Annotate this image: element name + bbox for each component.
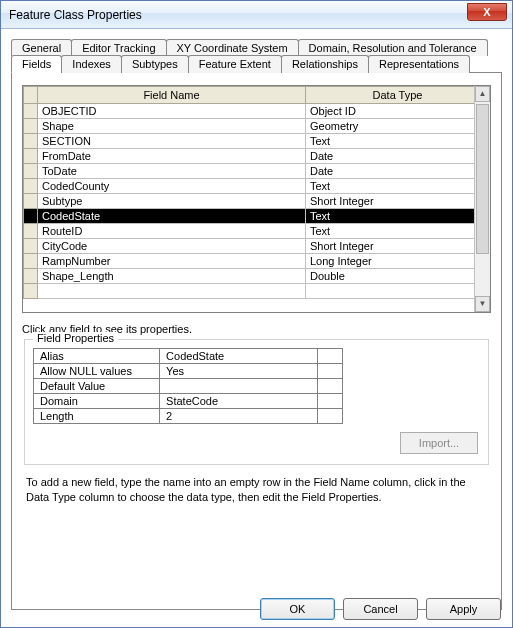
table-row[interactable]: FromDateDate — [24, 149, 490, 164]
field-properties-group: Field Properties Alias CodedState Allow … — [24, 339, 489, 465]
table-row[interactable]: CodedStateText — [24, 209, 490, 224]
scroll-down-button[interactable]: ▼ — [475, 296, 490, 312]
data-type-cell[interactable]: Short Integer — [306, 239, 490, 254]
row-header[interactable] — [24, 134, 38, 149]
tab-indexes[interactable]: Indexes — [61, 55, 122, 73]
row-header-corner — [24, 87, 38, 104]
table-row[interactable]: Shape_LengthDouble — [24, 269, 490, 284]
tab-xy-coordinate-system[interactable]: XY Coordinate System — [166, 39, 299, 56]
data-type-cell[interactable]: Short Integer — [306, 194, 490, 209]
close-button[interactable]: X — [467, 3, 507, 21]
dialog-content: General Editor Tracking XY Coordinate Sy… — [1, 29, 512, 618]
tab-subtypes[interactable]: Subtypes — [121, 55, 189, 73]
prop-default-label: Default Value — [34, 379, 160, 394]
prop-length-label: Length — [34, 409, 160, 424]
col-header-fieldname[interactable]: Field Name — [38, 87, 306, 104]
cancel-button[interactable]: Cancel — [343, 598, 418, 620]
row-header[interactable] — [24, 239, 38, 254]
field-name-cell[interactable]: RampNumber — [38, 254, 306, 269]
table-row[interactable]: SECTIONText — [24, 134, 490, 149]
tab-editor-tracking[interactable]: Editor Tracking — [71, 39, 166, 56]
col-header-datatype[interactable]: Data Type — [306, 87, 490, 104]
prop-allownull-label: Allow NULL values — [34, 364, 160, 379]
prop-domain-value[interactable]: StateCode — [160, 394, 318, 409]
import-button[interactable]: Import... — [400, 432, 478, 454]
prop-length-value[interactable]: 2 — [160, 409, 318, 424]
ok-button[interactable]: OK — [260, 598, 335, 620]
prop-length-btn[interactable] — [317, 409, 342, 424]
data-type-cell[interactable]: Text — [306, 209, 490, 224]
scrollbar[interactable]: ▲ ▼ — [474, 86, 490, 312]
prop-alias-btn[interactable] — [317, 349, 342, 364]
field-name-cell[interactable]: SECTION — [38, 134, 306, 149]
row-header[interactable] — [24, 284, 38, 299]
table-row[interactable] — [24, 284, 490, 299]
prop-default-value[interactable] — [160, 379, 318, 394]
field-name-cell[interactable]: ToDate — [38, 164, 306, 179]
data-type-cell[interactable]: Geometry — [306, 119, 490, 134]
dialog-buttons: OK Cancel Apply — [260, 598, 501, 620]
data-type-cell[interactable]: Date — [306, 164, 490, 179]
tab-panel-fields: Field Name Data Type OBJECTIDObject IDSh… — [11, 72, 502, 610]
row-header[interactable] — [24, 209, 38, 224]
field-name-cell[interactable]: Subtype — [38, 194, 306, 209]
row-header[interactable] — [24, 224, 38, 239]
row-header[interactable] — [24, 104, 38, 119]
row-header[interactable] — [24, 179, 38, 194]
tab-feature-extent[interactable]: Feature Extent — [188, 55, 282, 73]
field-table[interactable]: Field Name Data Type OBJECTIDObject IDSh… — [22, 85, 491, 313]
field-name-cell[interactable]: FromDate — [38, 149, 306, 164]
table-row[interactable]: ToDateDate — [24, 164, 490, 179]
data-type-cell[interactable] — [306, 284, 490, 299]
row-header[interactable] — [24, 254, 38, 269]
field-name-cell[interactable]: OBJECTID — [38, 104, 306, 119]
scroll-thumb[interactable] — [476, 104, 489, 254]
row-header[interactable] — [24, 194, 38, 209]
tabs-row-2: Fields Indexes Subtypes Feature Extent R… — [11, 55, 502, 73]
row-header[interactable] — [24, 269, 38, 284]
table-row[interactable]: RampNumberLong Integer — [24, 254, 490, 269]
scroll-up-button[interactable]: ▲ — [475, 86, 490, 102]
field-name-cell[interactable]: Shape — [38, 119, 306, 134]
row-header[interactable] — [24, 149, 38, 164]
field-properties-legend: Field Properties — [33, 332, 118, 344]
table-row[interactable]: ShapeGeometry — [24, 119, 490, 134]
tab-domain-resolution-tolerance[interactable]: Domain, Resolution and Tolerance — [298, 39, 488, 56]
prop-domain-label: Domain — [34, 394, 160, 409]
data-type-cell[interactable]: Date — [306, 149, 490, 164]
field-name-cell[interactable]: CodedCounty — [38, 179, 306, 194]
tab-general[interactable]: General — [11, 39, 72, 56]
data-type-cell[interactable]: Long Integer — [306, 254, 490, 269]
field-name-cell[interactable]: CodedState — [38, 209, 306, 224]
table-row[interactable]: RouteIDText — [24, 224, 490, 239]
field-name-cell[interactable]: CityCode — [38, 239, 306, 254]
prop-allownull-value[interactable]: Yes — [160, 364, 318, 379]
prop-default-btn[interactable] — [317, 379, 342, 394]
table-row[interactable]: OBJECTIDObject ID — [24, 104, 490, 119]
tab-relationships[interactable]: Relationships — [281, 55, 369, 73]
tabs-row-1: General Editor Tracking XY Coordinate Sy… — [11, 39, 502, 56]
table-row[interactable]: CityCodeShort Integer — [24, 239, 490, 254]
field-name-cell[interactable] — [38, 284, 306, 299]
prop-alias-value[interactable]: CodedState — [160, 349, 318, 364]
tab-representations[interactable]: Representations — [368, 55, 470, 73]
apply-button[interactable]: Apply — [426, 598, 501, 620]
data-type-cell[interactable]: Object ID — [306, 104, 490, 119]
data-type-cell[interactable]: Text — [306, 224, 490, 239]
tab-fields[interactable]: Fields — [11, 55, 62, 73]
table-row[interactable]: SubtypeShort Integer — [24, 194, 490, 209]
prop-alias-label: Alias — [34, 349, 160, 364]
field-properties-table[interactable]: Alias CodedState Allow NULL values Yes D… — [33, 348, 343, 424]
field-name-cell[interactable]: RouteID — [38, 224, 306, 239]
titlebar: Feature Class Properties X — [1, 1, 512, 29]
window-title: Feature Class Properties — [9, 8, 142, 22]
field-name-cell[interactable]: Shape_Length — [38, 269, 306, 284]
prop-domain-btn[interactable] — [317, 394, 342, 409]
row-header[interactable] — [24, 119, 38, 134]
table-row[interactable]: CodedCountyText — [24, 179, 490, 194]
data-type-cell[interactable]: Double — [306, 269, 490, 284]
row-header[interactable] — [24, 164, 38, 179]
data-type-cell[interactable]: Text — [306, 179, 490, 194]
data-type-cell[interactable]: Text — [306, 134, 490, 149]
prop-allownull-btn[interactable] — [317, 364, 342, 379]
